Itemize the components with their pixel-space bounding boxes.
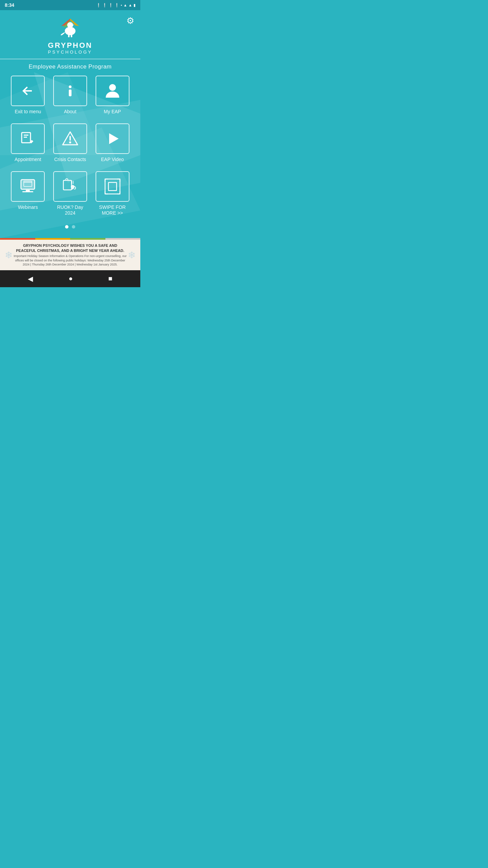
webinars-icon-box (11, 171, 45, 202)
exit-to-menu-item[interactable]: Exit to menu (9, 76, 46, 115)
svg-rect-20 (69, 136, 71, 141)
arrow-left-icon (19, 82, 37, 100)
eap-video-label: EAP Video (101, 157, 124, 162)
monitor-icon (19, 178, 37, 195)
nav-back-button[interactable]: ◀ (28, 275, 33, 283)
exit-to-menu-label: Exit to menu (15, 109, 41, 115)
about-item[interactable]: About (52, 76, 89, 115)
strip-gray (105, 238, 141, 240)
brand-logo (55, 16, 85, 39)
notif-icon-1: ❕ (96, 3, 101, 7)
swipe-more-icon-box (96, 171, 129, 202)
about-icon-box (53, 76, 87, 106)
ruok-icon-box (53, 171, 87, 202)
bottom-nav: ◀ ● ■ (0, 270, 140, 287)
banner-headline: GRYPHON PSYCHOLOGY WISHES YOU A SAFE AND… (13, 243, 128, 253)
pencil-icon (19, 130, 37, 147)
svg-rect-30 (105, 179, 120, 194)
logo-area: GRYPHON PSYCHOLOGY (48, 16, 92, 55)
status-icons: ❕ ❕ ❕ ❕ • ▲ ▲ ▮ (96, 3, 136, 7)
strip-yellow (35, 238, 70, 240)
app-header: ⚙ GRYPHON PSYCHOLOGY (0, 10, 140, 59)
svg-rect-17 (24, 135, 28, 136)
svg-point-21 (69, 141, 71, 143)
svg-point-13 (69, 85, 72, 88)
svg-point-4 (65, 27, 76, 35)
wifi-icon: ▲ (123, 3, 127, 7)
svg-point-15 (109, 84, 116, 91)
notif-icon-2: ❕ (102, 3, 107, 7)
dot-1[interactable] (65, 225, 68, 229)
status-bar: 8:34 ❕ ❕ ❕ ❕ • ▲ ▲ ▮ (0, 0, 140, 10)
pagination-dots (7, 221, 134, 231)
warning-icon (61, 130, 79, 147)
battery-icon: ▮ (134, 3, 136, 7)
svg-rect-14 (69, 90, 72, 96)
banner-text-area: GRYPHON PSYCHOLOGY WISHES YOU A SAFE AND… (13, 243, 128, 267)
expand-icon (104, 178, 121, 195)
svg-rect-28 (22, 191, 33, 192)
swipe-more-label: SWIPE FOR MORE >> (94, 204, 131, 216)
webinars-item[interactable]: Webinars (9, 171, 46, 216)
brand-sub: PSYCHOLOGY (48, 50, 92, 55)
svg-rect-7 (68, 34, 69, 37)
holiday-banner: ❄ GRYPHON PSYCHOLOGY WISHES YOU A SAFE A… (0, 238, 140, 270)
grid-row-1: Exit to menu About My EAP (7, 76, 134, 115)
signal-icon: ▲ (128, 3, 132, 7)
grid-row-3: Webinars RUOK? Day 2024 (7, 171, 134, 216)
snowflake-left-icon: ❄ (5, 250, 13, 261)
my-eap-item[interactable]: My EAP (94, 76, 131, 115)
subtitle-text: Employee Assistance Program (29, 63, 112, 70)
notif-icon-3: ❕ (108, 3, 113, 7)
svg-rect-18 (24, 137, 27, 138)
crisis-contacts-label: Crisis Contacts (54, 157, 86, 162)
crisis-contacts-item[interactable]: Crisis Contacts (52, 123, 89, 162)
play-icon (104, 130, 121, 147)
appointment-label: Appointment (15, 157, 41, 162)
about-label: About (64, 109, 77, 115)
main-content: Exit to menu About My EAP (0, 72, 140, 238)
svg-rect-27 (26, 190, 30, 191)
banner-subtext: Important Holiday Season Information & O… (13, 254, 128, 267)
strip-green (70, 238, 105, 240)
svg-rect-8 (71, 34, 72, 37)
dot-2[interactable] (72, 225, 75, 229)
my-eap-icon-box (96, 76, 129, 106)
nav-home-button[interactable]: ● (68, 275, 73, 282)
eap-video-item[interactable]: EAP Video (94, 123, 131, 162)
svg-marker-22 (109, 133, 119, 144)
appointment-icon-box (11, 123, 45, 154)
grid-row-2: Appointment Crisis Contacts EAP Video (7, 123, 134, 162)
banner-inner: ❄ GRYPHON PSYCHOLOGY WISHES YOU A SAFE A… (0, 240, 140, 270)
status-time: 8:34 (5, 2, 14, 8)
settings-icon[interactable]: ⚙ (126, 16, 134, 26)
my-eap-label: My EAP (104, 109, 121, 115)
svg-rect-31 (108, 182, 117, 191)
dot-icon: • (121, 3, 122, 7)
swipe-more-item[interactable]: SWIPE FOR MORE >> (94, 171, 131, 216)
eap-video-icon-box (96, 123, 129, 154)
coffee-icon (61, 178, 79, 195)
banner-color-strip (0, 238, 140, 240)
svg-rect-26 (24, 182, 32, 183)
svg-rect-29 (63, 180, 72, 190)
brand-name: GRYPHON (48, 41, 92, 50)
ruok-label: RUOK? Day 2024 (52, 204, 89, 216)
subtitle-bar: Employee Assistance Program (0, 59, 140, 72)
nav-recent-button[interactable]: ■ (108, 275, 112, 282)
crisis-contacts-icon-box (53, 123, 87, 154)
snowflake-right-icon: ❄ (128, 250, 136, 261)
exit-to-menu-icon-box (11, 76, 45, 106)
appointment-item[interactable]: Appointment (9, 123, 46, 162)
ruok-item[interactable]: RUOK? Day 2024 (52, 171, 89, 216)
person-icon (104, 82, 121, 100)
webinars-label: Webinars (18, 204, 38, 210)
info-icon (61, 82, 79, 100)
strip-red (0, 238, 35, 240)
notif-icon-4: ❕ (115, 3, 119, 7)
